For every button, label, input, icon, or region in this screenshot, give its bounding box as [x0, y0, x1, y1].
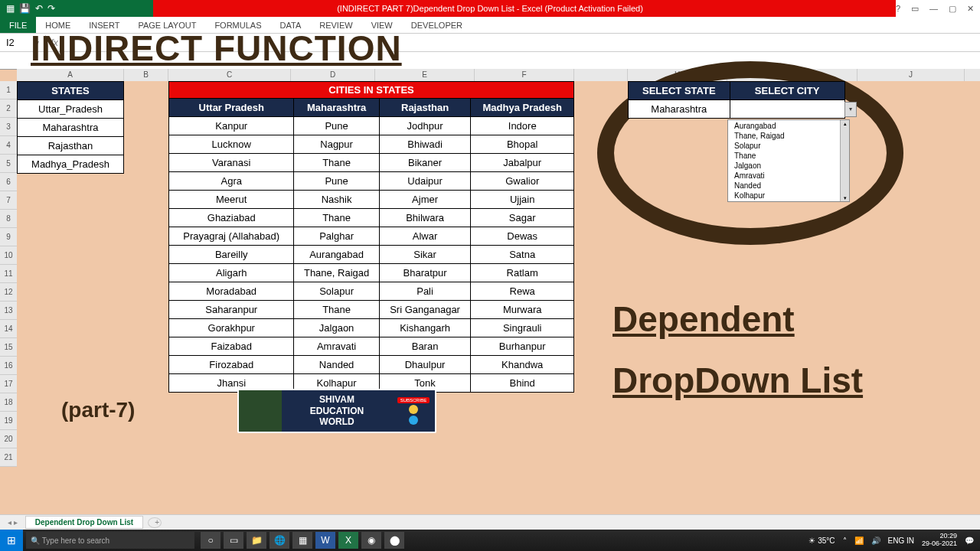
- help-icon[interactable]: ?: [896, 4, 900, 13]
- row-8[interactable]: 8: [0, 210, 17, 228]
- city-cell[interactable]: Rewa: [471, 282, 574, 301]
- city-cell[interactable]: Bikaner: [379, 154, 471, 172]
- city-cell[interactable]: Sri Ganganagar: [379, 301, 471, 319]
- city-cell[interactable]: Firozabad: [169, 356, 294, 374]
- edge-icon[interactable]: 🌐: [270, 532, 289, 549]
- dropdown-option[interactable]: Thane: [731, 151, 846, 161]
- city-cell[interactable]: Faizabad: [169, 337, 294, 356]
- col-J[interactable]: J: [858, 69, 965, 81]
- row-15[interactable]: 15: [0, 338, 17, 357]
- city-cell[interactable]: Ratlam: [471, 264, 574, 282]
- city-cell[interactable]: Alwar: [379, 227, 471, 246]
- start-button[interactable]: ⊞: [0, 530, 23, 551]
- city-cell[interactable]: Solapur: [294, 282, 379, 301]
- city-cell[interactable]: Khandwa: [471, 356, 574, 374]
- city-cell[interactable]: Moradabad: [169, 282, 294, 301]
- city-cell[interactable]: Ghaziabad: [169, 209, 294, 227]
- dropdown-option[interactable]: Nanded: [731, 181, 846, 191]
- city-cell[interactable]: Dhaulpur: [379, 356, 471, 374]
- subscribe-button[interactable]: SUBSCRIBE: [397, 397, 430, 403]
- city-cell[interactable]: Burhanpur: [471, 337, 574, 356]
- row-13[interactable]: 13: [0, 302, 17, 320]
- state-cell[interactable]: Madhya_Pradesh: [18, 155, 124, 174]
- dropdown-scrollbar[interactable]: [840, 120, 849, 201]
- col-I[interactable]: I: [727, 69, 858, 81]
- city-cell[interactable]: Saharanpur: [169, 301, 294, 319]
- city-cell[interactable]: Nagpur: [294, 135, 379, 154]
- city-cell[interactable]: Thane: [294, 154, 379, 172]
- city-cell[interactable]: Dewas: [471, 227, 574, 246]
- city-cell[interactable]: Singrauli: [471, 319, 574, 337]
- city-cell[interactable]: Aurangabad: [294, 246, 379, 264]
- notifications-icon[interactable]: 💬: [965, 536, 974, 545]
- row-10[interactable]: 10: [0, 246, 17, 265]
- city-cell[interactable]: Baran: [379, 337, 471, 356]
- row-4[interactable]: 4: [0, 136, 17, 155]
- city-cell[interactable]: Thane: [294, 301, 379, 319]
- row-5[interactable]: 5: [0, 155, 17, 173]
- city-cell[interactable]: Bhiwadi: [379, 135, 471, 154]
- state-cell[interactable]: Maharashtra: [18, 119, 124, 137]
- row-7[interactable]: 7: [0, 191, 17, 210]
- city-cell[interactable]: Kishangarh: [379, 319, 471, 337]
- select-city-cell[interactable]: [730, 100, 844, 119]
- dropdown-option[interactable]: Aurangabad: [731, 121, 846, 131]
- city-cell[interactable]: Meerut: [169, 191, 294, 209]
- word-icon[interactable]: W: [315, 532, 335, 549]
- state-cell[interactable]: Uttar_Pradesh: [18, 100, 124, 119]
- sheet-nav-prev[interactable]: ◂ ▸: [0, 518, 25, 527]
- city-cell[interactable]: Aligarh: [169, 264, 294, 282]
- row-16[interactable]: 16: [0, 357, 17, 375]
- row-9[interactable]: 9: [0, 228, 17, 246]
- col-D[interactable]: D: [291, 69, 375, 81]
- sheet-tab-active[interactable]: Dependent Drop Down List: [25, 516, 143, 529]
- city-cell[interactable]: Ajmer: [379, 191, 471, 209]
- dropdown-option[interactable]: Amravati: [731, 171, 846, 181]
- tray-chevron-icon[interactable]: ˄: [843, 536, 847, 545]
- city-cell[interactable]: Pali: [379, 282, 471, 301]
- city-cell[interactable]: Udaipur: [379, 172, 471, 191]
- excel-icon[interactable]: X: [338, 532, 358, 549]
- row-17[interactable]: 17: [0, 375, 17, 393]
- city-cell[interactable]: Satna: [471, 246, 574, 264]
- row-2[interactable]: 2: [0, 99, 17, 118]
- city-cell[interactable]: Bhind: [471, 374, 574, 393]
- row-11[interactable]: 11: [0, 265, 17, 283]
- row-21[interactable]: 21: [0, 448, 17, 467]
- bell-icon[interactable]: [409, 405, 418, 414]
- select-state-cell[interactable]: Maharashtra: [629, 100, 730, 119]
- col-blank[interactable]: [574, 69, 628, 81]
- volume-icon[interactable]: 🔊: [871, 536, 880, 545]
- city-cell[interactable]: Jabalpur: [471, 154, 574, 172]
- dropdown-option[interactable]: Thane, Raigad: [731, 131, 846, 141]
- city-cell[interactable]: Kanpur: [169, 117, 294, 135]
- city-cell[interactable]: Prayagraj (Allahabad): [169, 227, 294, 246]
- city-cell[interactable]: Amravati: [294, 337, 379, 356]
- city-cell[interactable]: Thane, Raigad: [294, 264, 379, 282]
- undo-icon[interactable]: ↶: [35, 3, 43, 14]
- dropdown-option[interactable]: Kolhapur: [731, 191, 846, 201]
- maximize-icon[interactable]: ▢: [949, 4, 956, 14]
- row-14[interactable]: 14: [0, 320, 17, 338]
- city-cell[interactable]: Bhilwara: [379, 209, 471, 227]
- language[interactable]: ENG IN: [888, 536, 914, 545]
- city-cell[interactable]: Bharatpur: [379, 264, 471, 282]
- city-cell[interactable]: Nashik: [294, 191, 379, 209]
- city-cell[interactable]: Thane: [294, 209, 379, 227]
- col-C[interactable]: C: [168, 69, 291, 81]
- obs-icon[interactable]: ⬤: [384, 532, 404, 549]
- ribbon-tab-developer[interactable]: DEVELOPER: [402, 18, 472, 33]
- app-icon[interactable]: ▦: [292, 532, 312, 549]
- share-icon[interactable]: [409, 416, 418, 425]
- city-cell[interactable]: Pune: [294, 117, 379, 135]
- city-cell[interactable]: Pune: [294, 172, 379, 191]
- clock[interactable]: 20:29 29-06-2021: [922, 533, 957, 548]
- cortana-icon[interactable]: ○: [201, 532, 220, 549]
- state-cell[interactable]: Rajasthan: [18, 137, 124, 155]
- row-19[interactable]: 19: [0, 412, 17, 430]
- city-cell[interactable]: Nanded: [294, 356, 379, 374]
- city-cell[interactable]: Murwara: [471, 301, 574, 319]
- minimize-icon[interactable]: —: [929, 4, 938, 13]
- chrome-icon[interactable]: ◉: [361, 532, 381, 549]
- ribbon-options-icon[interactable]: ▭: [911, 4, 919, 14]
